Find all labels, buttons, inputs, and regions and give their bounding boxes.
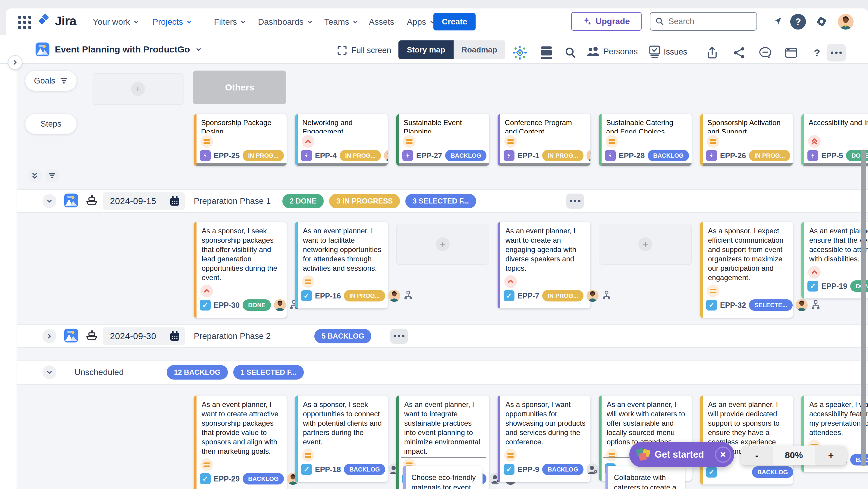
nav-projects[interactable]: Projects xyxy=(153,8,193,35)
get-started-popup[interactable]: Get started ✕ xyxy=(629,442,734,467)
lane-more-button[interactable] xyxy=(390,329,408,344)
story-card[interactable]: As an event planner, I ensure that the v… xyxy=(801,222,868,299)
nav-your-work[interactable]: Your work xyxy=(93,8,140,35)
create-button[interactable]: Create xyxy=(433,13,475,30)
status-pill: IN PROG... xyxy=(542,150,584,161)
add-story-placeholder[interactable]: + xyxy=(599,224,692,265)
storymap-tab[interactable]: Story map xyxy=(398,40,454,59)
story-card[interactable]: As an event planner, I want to create an… xyxy=(498,222,590,308)
story-text: As a sponsor, I want opportunities for s… xyxy=(505,400,586,447)
close-icon[interactable]: ✕ xyxy=(715,447,731,463)
ai-sparkle-icon[interactable] xyxy=(513,45,527,60)
epic-card[interactable]: Networking and Engagement EPP-4 IN PROG.… xyxy=(295,114,388,166)
task-type-icon: ✓ xyxy=(301,464,312,475)
story-card[interactable]: As an event planner, I want to create at… xyxy=(194,396,287,489)
nav-apps[interactable]: Apps xyxy=(407,8,436,35)
lane-date-field[interactable]: 2024-09-15 xyxy=(103,192,185,210)
board-filter-button[interactable] xyxy=(45,169,59,183)
others-column-header[interactable]: Others xyxy=(193,70,286,104)
upgrade-button[interactable]: Upgrade xyxy=(571,12,642,31)
card-color-bar xyxy=(194,396,196,489)
zoom-in-button[interactable]: + xyxy=(815,446,847,465)
story-card[interactable]: As an event planner, I will provide dedi… xyxy=(700,396,793,485)
help-icon[interactable]: ? xyxy=(790,14,806,30)
epic-card[interactable]: Conference Program and Content EPP-1 IN … xyxy=(498,114,590,166)
fullscreen-button[interactable]: Full screen xyxy=(337,45,391,56)
feedback-icon[interactable] xyxy=(758,45,773,60)
collapse-all-button[interactable] xyxy=(28,169,41,183)
story-text: As an event planner, I will work with ca… xyxy=(607,400,687,447)
nav-teams[interactable]: Teams xyxy=(324,8,359,35)
user-avatar[interactable] xyxy=(838,14,854,30)
card-color-bar xyxy=(295,222,298,308)
nav-assets[interactable]: Assets xyxy=(369,8,394,35)
assignee-avatar[interactable] xyxy=(274,299,286,311)
epic-type-icon xyxy=(301,150,312,161)
app-switcher-icon[interactable] xyxy=(18,15,31,29)
priority-medium-icon xyxy=(707,135,719,148)
lane-collapse-button[interactable] xyxy=(42,194,56,208)
personas-button[interactable]: Personas xyxy=(587,45,638,58)
vertical-scrollbar[interactable] xyxy=(861,150,866,466)
jira-logo[interactable]: Jira xyxy=(37,13,76,29)
assignee-avatar[interactable] xyxy=(796,299,808,311)
goals-header[interactable]: Goals xyxy=(25,71,76,91)
search-input[interactable] xyxy=(668,17,740,27)
lane-collapse-button[interactable] xyxy=(42,365,56,379)
global-search[interactable] xyxy=(650,12,757,31)
epic-card[interactable]: Sustainable Catering and Food Choices EP… xyxy=(599,114,692,166)
issue-key: EPP-30 xyxy=(214,301,240,310)
settings-gear-icon[interactable] xyxy=(814,14,830,30)
zoom-out-button[interactable]: - xyxy=(741,446,773,465)
epic-card[interactable]: Sustainable Event Planning EPP-27 BACKLO… xyxy=(396,114,489,166)
epic-progress-bar xyxy=(194,163,287,166)
add-goal-placeholder[interactable]: + xyxy=(92,73,184,104)
subtask-card[interactable]: Collaborate with caterers to create a me… xyxy=(606,466,685,489)
subtask-card[interactable]: Choose eco-friendly materials for event xyxy=(403,466,483,489)
assignee-avatar[interactable] xyxy=(587,150,590,161)
epic-type-icon xyxy=(706,150,717,161)
epic-card[interactable]: Accessibility and Inclusion EPP-5 DONE xyxy=(801,114,868,166)
subtask-tree-icon[interactable] xyxy=(601,290,611,301)
lane-more-button[interactable] xyxy=(566,193,584,209)
status-pill: BACKLOG xyxy=(243,473,284,485)
epic-progress-bar xyxy=(700,163,793,166)
calendar-icon xyxy=(169,195,181,207)
export-icon[interactable] xyxy=(705,45,720,60)
issues-button[interactable]: Issues xyxy=(649,45,687,59)
board-search-icon[interactable] xyxy=(563,45,578,60)
density-view-icon[interactable] xyxy=(539,45,554,60)
story-card[interactable]: As a sponsor, I expect efficient communi… xyxy=(700,222,793,318)
task-type-icon: ✓ xyxy=(504,464,515,475)
lane-date-field[interactable]: 2024-09-30 xyxy=(103,328,185,345)
notifications-icon[interactable] xyxy=(770,14,786,30)
story-card[interactable]: As an event planner, I want to facilitat… xyxy=(295,222,388,308)
subtask-tree-icon[interactable] xyxy=(403,290,413,301)
story-card[interactable]: As a sponsor, I want opportunities for s… xyxy=(498,396,590,482)
nav-filters[interactable]: Filters xyxy=(214,8,247,35)
epic-card[interactable]: Sponsorship Activation and Support EPP-2… xyxy=(700,114,793,166)
share-icon[interactable] xyxy=(732,45,747,60)
backlog-count-badge: 12 BACKLOG xyxy=(167,365,228,379)
add-story-placeholder[interactable]: + xyxy=(396,224,489,265)
story-card[interactable]: As a sponsor, I seek sponsorship package… xyxy=(194,222,287,318)
jira-logo-text: Jira xyxy=(55,14,76,28)
toolbar-help-icon[interactable]: ? xyxy=(809,45,825,60)
lane-expand-button[interactable] xyxy=(42,329,56,343)
lane-date: 2024-09-30 xyxy=(110,331,156,341)
epic-card[interactable]: Sponsorship Package Design EPP-25 IN PRO… xyxy=(194,114,287,166)
nav-dashboards[interactable]: Dashboards xyxy=(258,8,313,35)
lane-title: Unscheduled xyxy=(74,367,124,377)
toolbar-more-button[interactable] xyxy=(827,44,846,61)
steps-header[interactable]: Steps xyxy=(25,114,76,134)
story-card[interactable]: As a sponsor, I seek opportunities to co… xyxy=(295,396,388,482)
panel-icon[interactable] xyxy=(784,45,799,60)
assignee-avatar[interactable] xyxy=(384,150,388,161)
roadmap-tab[interactable]: Roadmap xyxy=(454,40,505,59)
project-switcher[interactable]: Event Planning with ProductGo xyxy=(36,42,202,56)
priority-medium-icon xyxy=(707,284,719,297)
subtask-tree-icon[interactable] xyxy=(811,300,820,310)
sidebar-expand-button[interactable] xyxy=(8,55,22,70)
issue-key: EPP-25 xyxy=(214,151,240,160)
plus-icon: + xyxy=(131,82,145,96)
